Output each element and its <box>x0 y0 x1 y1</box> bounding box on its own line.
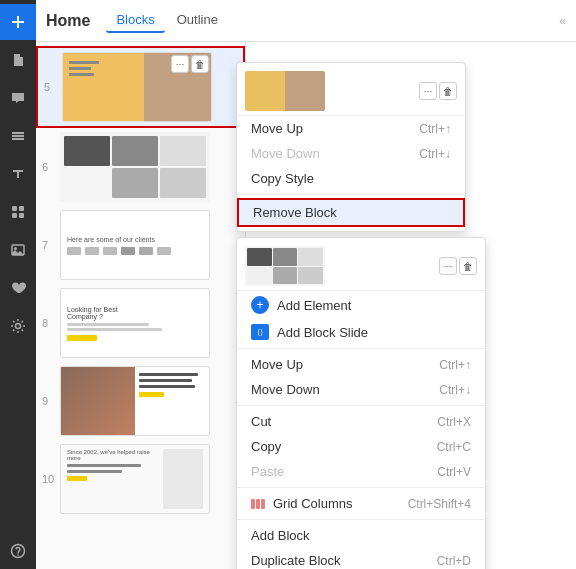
block-num-10: 10 <box>42 473 56 485</box>
block-item-7[interactable]: 7 Here are some of our clients <box>36 206 245 284</box>
block-num-8: 8 <box>42 317 56 329</box>
ctx-menu-2-options[interactable]: ··· <box>439 257 457 275</box>
add-slide-icon: ⟨⟩ <box>251 324 269 340</box>
ctx-menu-2-toolbar: ··· 🗑 <box>439 257 477 275</box>
block-item-8[interactable]: 8 Looking for BestCompany ? <box>36 284 245 362</box>
svg-rect-8 <box>19 213 24 218</box>
sidebar-item-layers[interactable] <box>0 118 36 154</box>
block-thumb-6 <box>60 132 210 202</box>
block-item-10[interactable]: 10 Since 2002, we've helped raise more <box>36 440 245 518</box>
context-menu-1: ··· 🗑 Move Up Ctrl+↑ Move Down Ctrl+↓ Co… <box>236 62 466 232</box>
svg-point-11 <box>16 324 21 329</box>
grid-columns-icon <box>251 499 265 509</box>
sidebar-item-chat[interactable] <box>0 80 36 116</box>
ctx2-grid-columns[interactable]: Grid Columns Ctrl+Shift+4 <box>237 491 485 516</box>
ctx1-remove-block[interactable]: Remove Block <box>237 198 465 227</box>
svg-rect-4 <box>12 138 24 140</box>
block-num-5: 5 <box>44 81 58 93</box>
ctx2-copy[interactable]: Copy Ctrl+C <box>237 434 485 459</box>
ctx-menu-1-toolbar: ··· 🗑 <box>419 82 457 100</box>
ctx-menu-1-thumb <box>245 71 325 111</box>
block-item-9[interactable]: 9 <box>36 362 245 440</box>
ctx1-divider <box>237 194 465 195</box>
ctx2-divider1 <box>237 348 485 349</box>
ctx-menu-1-options[interactable]: ··· <box>419 82 437 100</box>
sidebar-item-add[interactable] <box>0 4 36 40</box>
tab-blocks[interactable]: Blocks <box>106 8 164 33</box>
block-thumb-8: Looking for BestCompany ? <box>60 288 210 358</box>
ctx1-move-up[interactable]: Move Up Ctrl+↑ <box>237 116 465 141</box>
svg-point-10 <box>14 247 17 250</box>
ctx-menu-2-header: ··· 🗑 <box>237 242 485 291</box>
page-title: Home <box>46 12 90 30</box>
sidebar-item-page[interactable] <box>0 42 36 78</box>
block-num-7: 7 <box>42 239 56 251</box>
blocks-list: 5 ··· 🗑 <box>36 42 246 569</box>
ctx2-cut[interactable]: Cut Ctrl+X <box>237 409 485 434</box>
header: Home Blocks Outline « <box>36 0 576 42</box>
sidebar-item-help[interactable] <box>0 533 36 569</box>
tab-outline[interactable]: Outline <box>167 8 228 33</box>
svg-rect-1 <box>12 21 24 23</box>
ctx1-move-down[interactable]: Move Down Ctrl+↓ <box>237 141 465 166</box>
block-num-6: 6 <box>42 161 56 173</box>
svg-rect-3 <box>12 135 24 137</box>
ctx-menu-2-delete[interactable]: 🗑 <box>459 257 477 275</box>
sidebar-item-table[interactable] <box>0 194 36 230</box>
block-5-options-btn[interactable]: ··· <box>171 55 189 73</box>
collapse-button[interactable]: « <box>559 14 566 28</box>
ctx-menu-1-delete[interactable]: 🗑 <box>439 82 457 100</box>
ctx2-add-block[interactable]: Add Block <box>237 523 485 548</box>
block-num-9: 9 <box>42 395 56 407</box>
sidebar-item-settings[interactable] <box>0 308 36 344</box>
content-area: 5 ··· 🗑 <box>36 42 576 569</box>
block-thumb-7: Here are some of our clients <box>60 210 210 280</box>
ctx2-paste[interactable]: Paste Ctrl+V <box>237 459 485 484</box>
svg-rect-6 <box>19 206 24 211</box>
ctx1-copy-style[interactable]: Copy Style <box>237 166 465 191</box>
block-item-5[interactable]: 5 ··· 🗑 <box>36 46 245 128</box>
block-thumb-10: Since 2002, we've helped raise more <box>60 444 210 514</box>
svg-rect-5 <box>12 206 17 211</box>
ctx2-add-element[interactable]: + Add Element <box>237 291 485 319</box>
main-panel: Home Blocks Outline « 5 <box>36 0 576 569</box>
ctx-menu-2-thumb <box>245 246 325 286</box>
block-thumb-9 <box>60 366 210 436</box>
svg-rect-7 <box>12 213 17 218</box>
sidebar <box>0 0 36 569</box>
ctx-menu-1-header: ··· 🗑 <box>237 67 465 116</box>
block-thumb-5: ··· 🗑 <box>62 52 212 122</box>
ctx2-divider3 <box>237 487 485 488</box>
sidebar-item-image[interactable] <box>0 232 36 268</box>
ctx2-move-down[interactable]: Move Down Ctrl+↓ <box>237 377 485 402</box>
sidebar-item-heart[interactable] <box>0 270 36 306</box>
ctx2-divider2 <box>237 405 485 406</box>
ctx2-add-block-slide[interactable]: ⟨⟩ Add Block Slide <box>237 319 485 345</box>
block-5-delete-btn[interactable]: 🗑 <box>191 55 209 73</box>
header-tabs: Blocks Outline <box>106 8 228 33</box>
ctx2-duplicate-block[interactable]: Duplicate Block Ctrl+D <box>237 548 485 569</box>
context-menu-2: ··· 🗑 + Add Element ⟨⟩ Add Block Slide M… <box>236 237 486 569</box>
ctx2-move-up[interactable]: Move Up Ctrl+↑ <box>237 352 485 377</box>
block-item-6[interactable]: 6 <box>36 128 245 206</box>
block-5-toolbar: ··· 🗑 <box>171 55 209 73</box>
ctx2-divider4 <box>237 519 485 520</box>
svg-rect-2 <box>12 132 24 134</box>
sidebar-item-text[interactable] <box>0 156 36 192</box>
add-element-icon: + <box>251 296 269 314</box>
svg-point-13 <box>17 554 19 556</box>
